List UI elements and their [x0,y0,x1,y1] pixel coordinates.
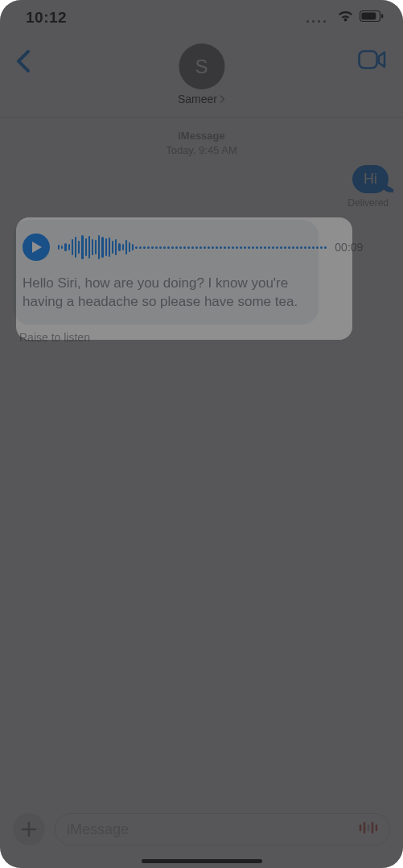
back-button[interactable] [16,50,31,76]
compose-bar: iMessage [0,807,403,852]
thread-type-label: iMessage [13,129,390,143]
home-indicator[interactable] [142,859,262,863]
messages-scroll[interactable]: iMessage Today, 9:45 AM Hi Delivered 00:… [0,118,403,794]
message-input[interactable]: iMessage [55,813,390,845]
raise-to-listen-label: Raise to listen [19,331,390,344]
attach-button[interactable] [13,813,45,845]
chevron-right-icon [219,95,225,103]
thread-date-label: Today, 9:45 AM [13,143,390,158]
audio-transcript: Hello Siri, how are you doing? I know yo… [23,275,306,312]
contact-header[interactable]: S Sameer [178,43,225,105]
avatar: S [179,43,224,89]
outgoing-message[interactable]: Hi Delivered [13,165,389,209]
message-placeholder: iMessage [67,821,129,838]
messages-app-screen: 10:12 .... S Sameer i [0,0,403,868]
conversation-header: S Sameer [0,35,403,118]
incoming-audio-block: 00:09 Hello Siri, how are you doing? I k… [13,220,390,344]
audio-waveform[interactable] [58,233,327,262]
delivery-status: Delivered [347,197,389,209]
status-indicators: .... [306,10,384,26]
audio-duration: 00:09 [335,241,363,254]
svg-rect-3 [360,52,377,68]
svg-rect-1 [361,12,376,19]
dictation-icon[interactable] [359,820,378,838]
svg-rect-2 [381,14,383,19]
wifi-icon [337,10,354,26]
status-time: 10:12 [26,9,67,27]
facetime-button[interactable] [358,50,387,72]
outgoing-text: Hi [364,171,377,187]
battery-icon [360,10,384,25]
message-bubble-outgoing: Hi [352,165,389,193]
thread-timestamp: iMessage Today, 9:45 AM [13,129,390,157]
contact-name: Sameer [178,93,217,105]
avatar-initial: S [195,56,208,78]
play-button[interactable] [23,234,50,261]
audio-message-bubble[interactable]: 00:09 Hello Siri, how are you doing? I k… [13,220,319,324]
plus-icon [21,821,37,837]
audio-player-row: 00:09 [23,233,306,262]
play-icon [31,242,43,253]
contact-name-row: Sameer [178,93,225,105]
status-bar: 10:12 .... [0,0,403,35]
